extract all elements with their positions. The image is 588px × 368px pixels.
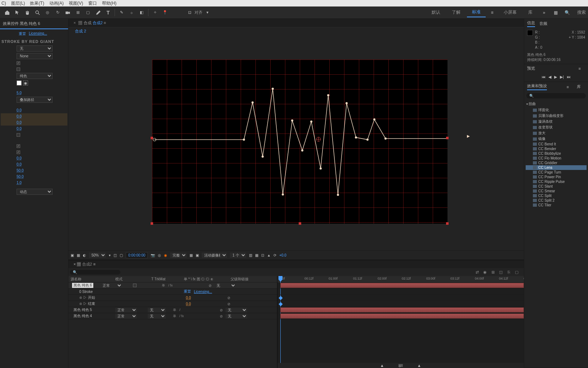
shape-tool-icon[interactable]: ▢ bbox=[84, 9, 92, 17]
fx-item[interactable]: CC Ripple Pulse bbox=[526, 179, 587, 184]
menu-help[interactable]: 帮助(H) bbox=[102, 0, 117, 6]
fx-item[interactable]: 漩涡条纹 bbox=[526, 119, 587, 124]
preview-tab[interactable]: 预览 bbox=[527, 66, 535, 71]
ws-small[interactable]: 小屏幕 bbox=[499, 8, 522, 17]
vf-mask-icon[interactable]: ◐ bbox=[83, 253, 86, 257]
color-swatch[interactable] bbox=[17, 80, 22, 86]
tl-layer-2[interactable]: 黑色 纯色 5 正常 无 单 / ⊘ 无 bbox=[68, 307, 277, 313]
sel-handle-bl[interactable] bbox=[151, 222, 153, 225]
param-v4[interactable]: 0.0 bbox=[17, 127, 22, 131]
eraser-tool-icon[interactable]: ◧ bbox=[138, 9, 146, 17]
fx-item[interactable]: CC Page Turn bbox=[526, 170, 587, 175]
tl-layer2-parent[interactable]: 无 bbox=[226, 308, 247, 312]
vf-channel-icon[interactable]: ◫ bbox=[113, 253, 117, 257]
param-v7[interactable]: 50.0 bbox=[17, 168, 23, 172]
ws-menu-icon[interactable]: ≡ bbox=[488, 9, 496, 17]
param-solid-select[interactable]: 纯色 bbox=[17, 73, 53, 79]
param-v8[interactable]: 50.0 bbox=[17, 175, 23, 179]
tl-prop-end[interactable]: ⊙ ▷ 结束 0.0 ⊘ bbox=[68, 301, 277, 307]
pv-last-icon[interactable]: ⏭ bbox=[567, 75, 571, 79]
tl-layer2-mode[interactable]: 正常 bbox=[115, 308, 137, 312]
param-v5[interactable]: 0.0 bbox=[17, 156, 22, 160]
param-check5[interactable] bbox=[17, 150, 20, 154]
tl-search[interactable]: 🔍 bbox=[70, 270, 120, 275]
vf-alpha-icon[interactable]: ▢ bbox=[120, 253, 123, 257]
fx-item[interactable]: CC Slant bbox=[526, 184, 587, 189]
sel-handle-br[interactable] bbox=[446, 222, 449, 225]
tl-graph-icon[interactable]: ⎘ bbox=[506, 269, 512, 275]
tl-prop-stroke[interactable]: 0 Stroke 重置 Licensing... bbox=[68, 289, 277, 295]
tl-zoom-slider[interactable]: ▲○▲ bbox=[277, 363, 524, 368]
home-icon[interactable] bbox=[3, 9, 11, 17]
tl-blur-icon[interactable]: ◉ bbox=[482, 269, 488, 275]
menu-c[interactable]: C) bbox=[1, 1, 6, 6]
pv-next-icon[interactable]: ▶| bbox=[560, 75, 564, 79]
vf-exposure[interactable]: +0.0 bbox=[279, 253, 286, 257]
param-check3[interactable] bbox=[17, 133, 20, 137]
vf-display-icon[interactable]: ▣ bbox=[71, 253, 74, 257]
fx-item[interactable]: CC Lens bbox=[526, 165, 587, 170]
tl-layer2-trk[interactable]: 无 bbox=[148, 308, 166, 312]
tl-layer1-parent[interactable]: 无 bbox=[214, 283, 236, 288]
param-val-5[interactable]: 5.0 bbox=[17, 91, 22, 95]
tl-layer-3[interactable]: 黑色 纯色 4 正常 无 单 / fx ⊘ 无 bbox=[68, 313, 277, 319]
vf-guide2-icon[interactable]: ▦ bbox=[255, 253, 258, 257]
tl-ruler[interactable]: 00f 00:12f 01:00f 01:12f 02:00f 02:12f 0… bbox=[277, 276, 524, 282]
pv-first-icon[interactable]: ⏮ bbox=[542, 75, 545, 79]
param-v9[interactable]: 1.0 bbox=[17, 181, 22, 185]
viewer-canvas[interactable] bbox=[130, 56, 462, 229]
licensing-link[interactable]: Licensing... bbox=[29, 31, 47, 36]
pv-prev-icon[interactable]: ◀ bbox=[548, 75, 551, 79]
camera-tool-icon[interactable] bbox=[64, 9, 72, 17]
menu-effect[interactable]: 效果(T) bbox=[30, 0, 44, 6]
tl-frame-icon[interactable]: ⊞ bbox=[490, 269, 496, 275]
tl-layer3-mode[interactable]: 正常 bbox=[115, 314, 137, 319]
ws-default[interactable]: 默认 bbox=[427, 8, 445, 17]
fx-item[interactable]: 改变形状 bbox=[526, 124, 587, 130]
pen-tool-icon[interactable] bbox=[94, 9, 102, 17]
close-icon[interactable]: × bbox=[74, 21, 76, 25]
param-check2[interactable] bbox=[17, 67, 20, 71]
menu-window[interactable]: 窗口 bbox=[88, 0, 97, 6]
param-v1[interactable]: 0.0 bbox=[17, 108, 22, 112]
tl-hdr-mode[interactable]: 模式 bbox=[115, 277, 151, 282]
vf-camera-select[interactable]: 活动摄像机 bbox=[202, 253, 227, 258]
tl-layer1-trk[interactable] bbox=[133, 284, 137, 287]
fx-item[interactable]: CC Blobbylize bbox=[526, 151, 587, 156]
sel-handle-mr[interactable] bbox=[446, 137, 449, 139]
vf-3d-icon[interactable]: ▲ bbox=[267, 253, 271, 257]
fx-item[interactable]: CC Bender bbox=[526, 146, 587, 151]
tl-prop-start[interactable]: ⊙ ▷ 开始 0.0 ⊘ bbox=[68, 295, 277, 301]
tl-hdr-trk[interactable]: T TrkMat bbox=[151, 277, 184, 281]
selection-tool-icon[interactable] bbox=[13, 9, 21, 17]
tl-layer3-trk[interactable]: 无 bbox=[148, 314, 166, 319]
fx-item[interactable]: CC Smear bbox=[526, 189, 587, 193]
hand-tool-icon[interactable] bbox=[23, 9, 31, 17]
ws-lib[interactable]: 库 bbox=[523, 8, 538, 17]
info-tab[interactable]: 信息 bbox=[527, 20, 535, 27]
fx-search[interactable]: 🔍 bbox=[526, 93, 586, 98]
vf-zoom-select[interactable]: 50% bbox=[89, 253, 106, 258]
orbit-tool-icon[interactable]: ◎ bbox=[44, 9, 52, 17]
preview-menu-icon[interactable]: ≡ bbox=[579, 66, 581, 71]
fx-tab[interactable]: 效果和预设 bbox=[527, 83, 547, 90]
fx-item[interactable]: CC Split 2 bbox=[526, 198, 587, 203]
reset-link[interactable]: 重置 bbox=[19, 31, 26, 36]
menu-view[interactable]: 视图(V) bbox=[69, 0, 83, 6]
tl-track-1[interactable] bbox=[277, 282, 524, 289]
rotate-tool-icon[interactable]: ↻ bbox=[54, 9, 62, 17]
text-tool-icon[interactable]: T bbox=[104, 9, 112, 17]
tl-tab[interactable]: × ▦ 合成2 ≡ bbox=[71, 261, 98, 268]
snap-caret-icon[interactable]: ▾ bbox=[204, 9, 211, 17]
fx-item[interactable]: 镜像 bbox=[526, 136, 587, 142]
tl-hdr-sw[interactable]: 单 * \ fx 图 ◎ ◎ ⊕ bbox=[184, 277, 231, 282]
tl-layer3-parent[interactable]: 无 bbox=[226, 314, 247, 319]
tl-layer-1[interactable]: 黑色 纯色 6 正常 单 / fx ⊘ 无 bbox=[68, 282, 277, 289]
fx-item[interactable]: CC Bend It bbox=[526, 142, 587, 146]
vf-grid-icon[interactable]: ▦ bbox=[77, 253, 80, 257]
vf-showsnap-icon[interactable]: ◎ bbox=[158, 253, 161, 257]
fx-menu-icon[interactable]: ≡ bbox=[567, 85, 569, 89]
tl-layer1-mode[interactable]: 正常 bbox=[101, 283, 122, 288]
fx-lib-tab[interactable]: 库 bbox=[577, 84, 581, 89]
param-none-select[interactable]: 无 bbox=[17, 45, 53, 52]
